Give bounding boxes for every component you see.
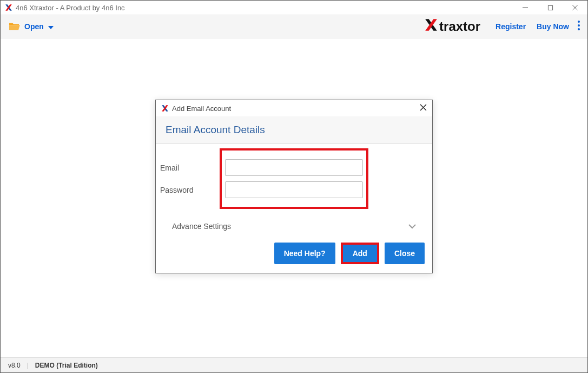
window-controls <box>513 1 587 15</box>
window-titlebar: 4n6 Xtraxtor - A Product by 4n6 Inc <box>1 1 587 15</box>
main-area: Add Email Account Email Account Details … <box>1 38 587 357</box>
dialog-subheader: Email Account Details <box>156 116 432 144</box>
email-input[interactable] <box>225 159 363 176</box>
add-button[interactable]: Add <box>343 245 377 262</box>
svg-point-5 <box>578 24 580 27</box>
open-menu-button[interactable]: Open <box>8 21 54 32</box>
window-title: 4n6 Xtraxtor - A Product by 4n6 Inc <box>16 4 125 12</box>
close-button[interactable]: Close <box>385 243 425 264</box>
add-button-highlight: Add <box>341 243 379 264</box>
folder-open-icon <box>8 21 20 32</box>
minimize-button[interactable] <box>513 1 538 15</box>
more-menu-button[interactable] <box>578 21 580 33</box>
close-window-button[interactable] <box>563 1 587 15</box>
chevron-down-icon <box>408 222 416 231</box>
password-label: Password <box>160 186 220 194</box>
open-label: Open <box>24 22 44 31</box>
dialog-actions: Need Help? Add Close <box>156 243 432 273</box>
app-logo-icon <box>5 4 12 11</box>
svg-point-4 <box>578 21 580 23</box>
advance-settings-label: Advance Settings <box>172 222 231 231</box>
svg-rect-1 <box>548 5 552 10</box>
maximize-button[interactable] <box>538 1 563 15</box>
dialog-titlebar: Add Email Account <box>156 100 432 116</box>
dialog-title: Add Email Account <box>172 104 231 113</box>
status-separator: | <box>27 362 29 369</box>
brand-logo: traxtor <box>424 18 480 35</box>
edition-label: DEMO (Trial Edition) <box>35 362 98 369</box>
credentials-highlight: Email Password <box>220 148 368 209</box>
email-label: Email <box>160 163 220 172</box>
password-input[interactable] <box>225 181 363 198</box>
chevron-down-icon <box>48 22 54 31</box>
add-email-account-dialog: Add Email Account Email Account Details … <box>155 100 433 273</box>
status-bar: v8.0 | DEMO (Trial Edition) <box>1 357 587 372</box>
dialog-body: Email Password Advance Settings Need Hel… <box>156 148 432 273</box>
brand-x-icon <box>424 18 438 35</box>
register-link[interactable]: Register <box>495 22 526 31</box>
svg-point-6 <box>578 28 580 30</box>
advance-settings-toggle[interactable]: Advance Settings <box>156 213 432 243</box>
brand-text: traxtor <box>439 19 480 34</box>
version-label: v8.0 <box>8 362 21 369</box>
main-toolbar: Open traxtor Register Buy Now <box>1 15 587 38</box>
dialog-logo-icon <box>161 104 169 112</box>
dialog-close-button[interactable] <box>420 103 427 113</box>
buy-now-link[interactable]: Buy Now <box>537 22 569 31</box>
need-help-button[interactable]: Need Help? <box>274 243 335 264</box>
